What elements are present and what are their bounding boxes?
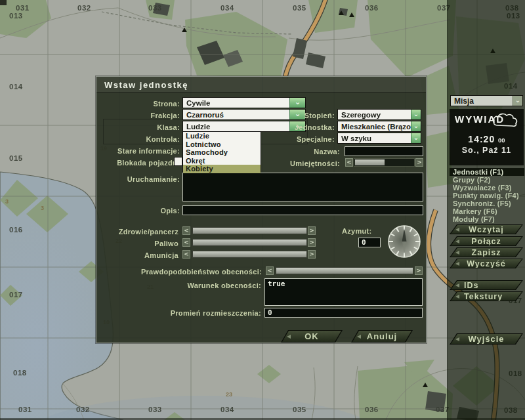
- paliwo-slider-left-arrow[interactable]: <: [182, 238, 190, 247]
- jednostka-combo[interactable]: Mieszkaniec (Brązowy ⌄: [337, 121, 421, 132]
- grid-label: 015: [9, 154, 23, 162]
- cancel-button[interactable]: Anuluj: [351, 330, 413, 343]
- grid-label: 033: [148, 406, 162, 413]
- paliwo-slider-track[interactable]: [192, 239, 307, 246]
- button-triangle-icon: [455, 284, 459, 287]
- chevron-down-icon[interactable]: ⌄: [411, 121, 421, 131]
- amunicja-label: Amunicja: [96, 251, 178, 259]
- stopien-value: Szeregowy: [338, 110, 411, 119]
- clear-button[interactable]: Wyczyść: [450, 259, 523, 268]
- skill-slider-track[interactable]: [354, 159, 414, 166]
- grid-label: 036: [365, 406, 379, 413]
- intel-seconds: 00: [498, 136, 505, 144]
- amunicja-slider-track[interactable]: [192, 251, 307, 258]
- jednostka-label: Jednostka:: [230, 123, 335, 131]
- warunek-textarea[interactable]: true: [264, 278, 423, 306]
- promien-label: Promień rozmieszczenia:: [136, 309, 261, 317]
- contour-label: 23: [226, 391, 232, 398]
- intel-time: 14:20 00: [450, 134, 524, 144]
- specjalne-value: W szyku: [338, 133, 411, 143]
- dropdown-option-highlighted[interactable]: Kobiety: [183, 165, 261, 173]
- paliwo-label: Paliwo: [96, 240, 178, 247]
- mode-markers-f6[interactable]: Markery (F6): [450, 207, 524, 215]
- dropdown-option[interactable]: Okręt: [183, 157, 261, 165]
- opis-input[interactable]: [182, 205, 423, 215]
- skill-slider-left-arrow[interactable]: <: [345, 158, 353, 167]
- button-triangle-icon: [455, 251, 459, 255]
- chevron-down-icon[interactable]: ⌄: [289, 98, 305, 108]
- mission-combo[interactable]: Misja ⌄: [450, 95, 523, 106]
- save-button[interactable]: Zapisz: [450, 247, 523, 257]
- chevron-down-icon[interactable]: ⌄: [513, 96, 522, 106]
- save-button-label: Zapisz: [472, 248, 501, 257]
- grid-label: 035: [293, 4, 306, 12]
- chevron-down-icon[interactable]: ⌄: [411, 133, 421, 143]
- paliwo-slider-right-arrow[interactable]: >: [308, 238, 316, 247]
- grid-label: 032: [76, 406, 90, 413]
- textures-button[interactable]: Tekstury: [450, 291, 523, 301]
- probability-slider-right-arrow[interactable]: >: [415, 266, 423, 275]
- strona-combo[interactable]: Cywile ⌄: [182, 97, 306, 108]
- frakcja-label: Frakcja:: [98, 112, 180, 119]
- grid-label: 016: [9, 226, 23, 234]
- promien-input[interactable]: [264, 308, 423, 318]
- zdrowie-slider-left-arrow[interactable]: <: [182, 226, 190, 235]
- ok-button-label: OK: [304, 331, 319, 341]
- strona-label: Strona:: [98, 100, 180, 108]
- load-button[interactable]: Wczytaj: [450, 224, 523, 234]
- clear-button-label: Wyczyść: [467, 259, 506, 268]
- grid-label: 031: [18, 406, 32, 413]
- exit-button[interactable]: Wyjście: [450, 333, 523, 345]
- skill-slider-right-arrow[interactable]: >: [415, 158, 423, 167]
- mode-synchronize-f5[interactable]: Synchroniz. (F5): [450, 200, 524, 207]
- blokada-pojazdu-label: Blokada pojazdu:: [98, 159, 180, 167]
- ids-button[interactable]: IDs: [450, 280, 523, 290]
- grid-label: 034: [220, 4, 234, 12]
- merge-button[interactable]: Połącz: [450, 236, 523, 246]
- button-triangle-icon: [455, 337, 459, 341]
- opis-label: Opis:: [98, 207, 180, 215]
- dropdown-option[interactable]: Lotnictwo: [183, 140, 261, 149]
- azymut-input[interactable]: [358, 238, 381, 247]
- dropdown-option[interactable]: Samochody: [183, 148, 261, 157]
- button-triangle-icon: [455, 228, 459, 232]
- grid-label: 034: [220, 406, 234, 413]
- intel-panel[interactable]: WYWIAD 14:20 00 So., Paź 11: [450, 109, 524, 165]
- zdrowie-label: Zdrowie/pancerz: [96, 228, 178, 236]
- cloud-icon: [491, 112, 520, 129]
- probability-slider-left-arrow[interactable]: <: [266, 266, 274, 275]
- skill-slider-thumb: [355, 159, 385, 165]
- dialog-titlebar[interactable]: Wstaw jednostkę: [96, 77, 426, 93]
- dialog-title: Wstaw jednostkę: [104, 80, 188, 90]
- zdrowie-slider-track[interactable]: [192, 227, 307, 234]
- mode-waypoints-f4[interactable]: Punkty nawig. (F4): [450, 192, 524, 200]
- specjalne-combo[interactable]: W szyku ⌄: [337, 133, 421, 144]
- blokada-combo-sliver[interactable]: [174, 157, 182, 166]
- chevron-down-icon[interactable]: ⌄: [411, 110, 421, 119]
- button-triangle-icon: [455, 262, 459, 266]
- strona-value: Cywile: [183, 98, 289, 108]
- stopien-label: Stopień:: [230, 112, 335, 119]
- amunicja-slider-left-arrow[interactable]: <: [182, 250, 190, 259]
- probability-slider-track[interactable]: [276, 267, 413, 274]
- uruchamianie-textarea[interactable]: [182, 173, 423, 201]
- contour-label: 3: [41, 205, 44, 211]
- ok-button[interactable]: OK: [281, 330, 343, 343]
- grid-label: 032: [77, 4, 91, 12]
- nazwa-input[interactable]: [345, 146, 423, 156]
- azimuth-compass[interactable]: [387, 224, 422, 259]
- zdrowie-slider-right-arrow[interactable]: >: [308, 226, 316, 235]
- dropdown-option[interactable]: Ludzie: [183, 132, 261, 140]
- mode-modules-f7[interactable]: Moduły (F7): [450, 215, 524, 223]
- cancel-button-label: Anuluj: [367, 331, 397, 341]
- mode-triggers-f3[interactable]: Wyzwalacze (F3): [450, 184, 524, 192]
- mode-groups-f2[interactable]: Grupy (F2): [450, 176, 524, 184]
- stopien-combo[interactable]: Szeregowy ⌄: [337, 109, 421, 120]
- button-triangle-icon: [455, 240, 459, 243]
- contour-label: 3: [5, 198, 9, 205]
- exit-button-label: Wyjście: [468, 334, 504, 344]
- warunek-label: Warunek obecności:: [136, 282, 261, 289]
- klasa-label: Klasa:: [98, 123, 180, 131]
- mode-units-f1[interactable]: Jednostki (F1): [450, 168, 524, 176]
- amunicja-slider-right-arrow[interactable]: >: [308, 250, 316, 259]
